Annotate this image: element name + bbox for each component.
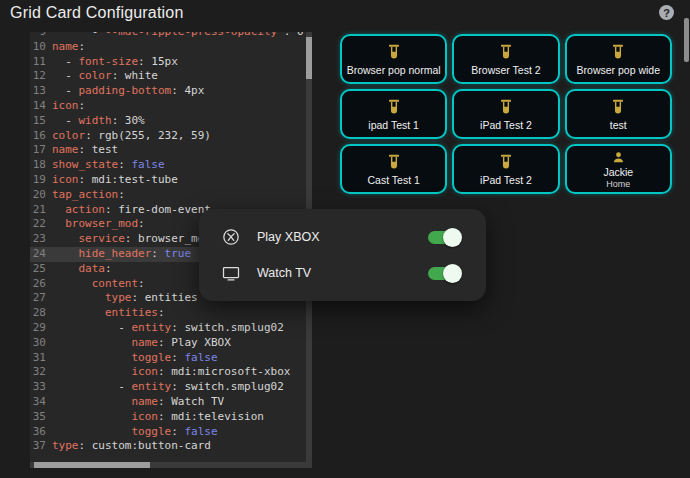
line-number: 16 (30, 129, 46, 144)
line-number: 24 (30, 247, 46, 262)
preview-card-button[interactable]: JackieHome (565, 144, 672, 194)
code-text: icon: mdi:test-tube (52, 173, 178, 188)
code-line[interactable]: 35 icon: mdi:television (30, 410, 312, 425)
line-number: 18 (30, 158, 46, 173)
code-text: entities: (52, 306, 165, 321)
code-text: type: entities (52, 291, 198, 306)
code-line[interactable]: 15 - width: 30% (30, 114, 312, 129)
test-tube-icon (496, 153, 516, 173)
code-line[interactable]: 34 name: Watch TV (30, 395, 312, 410)
code-line[interactable]: 37type: custom:button-card (30, 439, 312, 454)
grid-card-config-dialog: Grid Card Configuration ? 9 - --mdc-ripp… (0, 0, 690, 478)
code-line[interactable]: 14icon: (30, 99, 312, 114)
preview-card-button[interactable]: test (565, 89, 672, 139)
preview-card-button[interactable]: Cast Test 1 (340, 144, 447, 194)
code-text: icon: mdi:television (52, 410, 264, 425)
code-text: hide_header: true (52, 247, 191, 262)
line-number: 33 (30, 380, 46, 395)
editor-vscroll-thumb[interactable] (306, 37, 312, 79)
card-label: Jackie (603, 166, 633, 178)
browser-mod-popup: Play XBOXWatch TV (199, 209, 486, 301)
code-text: content: (52, 277, 145, 292)
card-label: ipad Test 1 (368, 119, 419, 131)
code-line[interactable]: 31 toggle: false (30, 351, 312, 366)
test-tube-icon (384, 153, 404, 173)
code-line[interactable]: 33 - entity: switch.smplug02 (30, 380, 312, 395)
test-tube-icon (384, 98, 404, 118)
toggle-switch[interactable] (428, 231, 460, 244)
code-text: - width: 30% (52, 114, 145, 129)
help-icon[interactable]: ? (659, 5, 674, 20)
code-text: - entity: switch.smplug02 (52, 380, 284, 395)
test-tube-icon (496, 43, 516, 63)
card-label: Cast Test 1 (367, 174, 419, 186)
code-line[interactable]: 32 icon: mdi:microsoft-xbox (30, 365, 312, 380)
code-line[interactable]: 9 - --mdc-ripple-press-opacity : 0.5 (30, 32, 312, 40)
line-number: 27 (30, 291, 46, 306)
line-number: 12 (30, 69, 46, 84)
line-number: 9 (30, 32, 46, 40)
preview-card-button[interactable]: iPad Test 2 (452, 89, 559, 139)
code-line[interactable]: 30 name: Play XBOX (30, 336, 312, 351)
card-label: Browser pop normal (347, 64, 441, 76)
card-label: Browser Test 2 (471, 64, 540, 76)
line-number: 22 (30, 217, 46, 232)
code-line[interactable]: 16color: rgb(255, 232, 59) (30, 129, 312, 144)
code-line[interactable]: 13 - padding-bottom: 4px (30, 84, 312, 99)
code-text: tap_action: (52, 188, 125, 203)
code-text: show_state: false (52, 158, 165, 173)
code-line[interactable]: 36 toggle: false (30, 425, 312, 440)
editor-hscroll-thumb[interactable] (34, 462, 150, 468)
code-text: color: rgb(255, 232, 59) (52, 129, 211, 144)
test-tube-icon (384, 43, 404, 63)
code-text: icon: mdi:microsoft-xbox (52, 365, 290, 380)
line-number: 15 (30, 114, 46, 129)
code-text: - --mdc-ripple-press-opacity : 0.5 (52, 32, 312, 40)
code-text: - font-size: 15px (52, 55, 178, 70)
toggle-switch[interactable] (428, 267, 460, 280)
card-label: test (610, 119, 627, 131)
line-number: 26 (30, 277, 46, 292)
line-number: 14 (30, 99, 46, 114)
help-glyph: ? (663, 7, 670, 19)
code-text: name: (52, 40, 85, 55)
code-line[interactable]: 28 entities: (30, 306, 312, 321)
preview-card-button[interactable]: Browser Test 2 (452, 34, 559, 84)
code-line[interactable]: 10name: (30, 40, 312, 55)
preview-card-button[interactable]: ipad Test 1 (340, 89, 447, 139)
card-preview-grid: Browser pop normalBrowser Test 2Browser … (340, 34, 672, 194)
code-text: name: Watch TV (52, 395, 224, 410)
code-line[interactable]: 17name: test (30, 143, 312, 158)
preview-card-button[interactable]: Browser pop normal (340, 34, 447, 84)
preview-card-button[interactable]: Browser pop wide (565, 34, 672, 84)
popup-entity-row: Play XBOX (221, 220, 464, 254)
code-text: - color: white (52, 69, 158, 84)
code-line[interactable]: 11 - font-size: 15px (30, 55, 312, 70)
code-text: data: (52, 262, 112, 277)
code-line[interactable]: 29 - entity: switch.smplug02 (30, 321, 312, 336)
code-text: action: fire-dom-event (52, 203, 211, 218)
line-number: 32 (30, 365, 46, 380)
line-number: 17 (30, 143, 46, 158)
code-text: toggle: false (52, 425, 218, 440)
code-line[interactable]: 20tap_action: (30, 188, 312, 203)
line-number: 36 (30, 425, 46, 440)
code-text: name: Play XBOX (52, 336, 231, 351)
code-line[interactable]: 19icon: mdi:test-tube (30, 173, 312, 188)
preview-card-button[interactable]: iPad Test 2 (452, 144, 559, 194)
code-text: - entity: switch.smplug02 (52, 321, 284, 336)
test-tube-icon (608, 43, 628, 63)
line-number: 19 (30, 173, 46, 188)
tv-icon (221, 263, 241, 283)
card-sublabel: Home (606, 179, 630, 189)
code-text: toggle: false (52, 351, 218, 366)
dialog-scrollbar-thumb[interactable] (684, 18, 689, 62)
line-number: 10 (30, 40, 46, 55)
line-number: 30 (30, 336, 46, 351)
test-tube-icon (608, 98, 628, 118)
code-line[interactable]: 12 - color: white (30, 69, 312, 84)
line-number: 21 (30, 203, 46, 218)
line-number: 11 (30, 55, 46, 70)
code-line[interactable]: 18show_state: false (30, 158, 312, 173)
editor-horizontal-scrollbar[interactable] (30, 462, 312, 468)
